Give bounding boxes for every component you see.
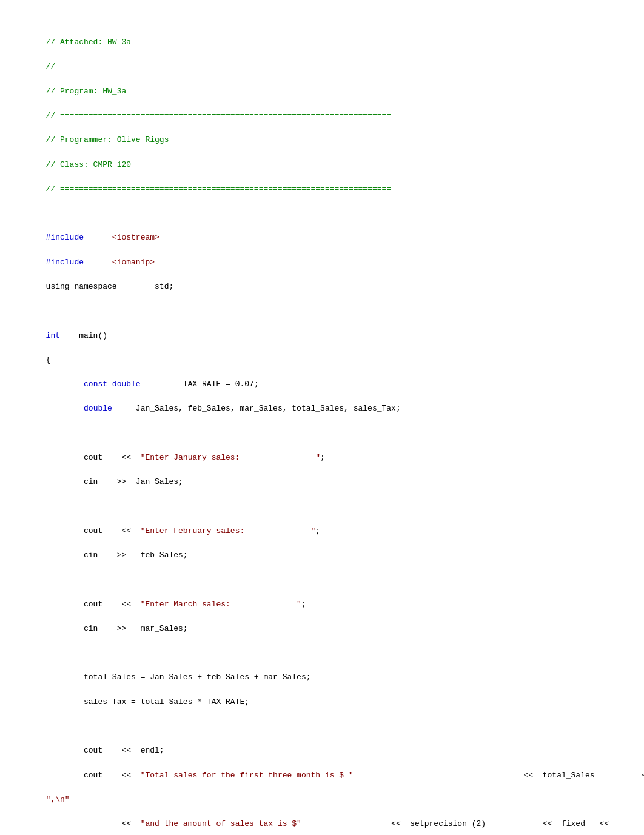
line-cout-total1: cout << "Total sales for the first three… (46, 771, 644, 780)
line-tax-rate: const double TAX_RATE = 0.07; (46, 380, 259, 389)
line-total-sales: total_Sales = Jan_Sales + feb_Sales + ma… (46, 672, 311, 682)
line-comma-newline: ",\n" (46, 795, 70, 804)
line-7: // =====================================… (46, 184, 392, 193)
line-cout-total2: << "and the amount of sales tax is $" <<… (46, 819, 609, 828)
line-4: // =====================================… (46, 111, 392, 120)
line-5: // Programmer: Olive Riggs (46, 135, 169, 144)
line-include1: #include <iostream> (46, 233, 159, 242)
line-2: // =====================================… (46, 62, 392, 71)
line-1: // Attached: HW_3a (46, 38, 131, 47)
code-container: // Attached: HW_3a // ==================… (36, 24, 608, 835)
line-cin-jan: cin >> Jan_Sales; (46, 477, 183, 486)
line-cin-feb: cin >> feb_Sales; (46, 551, 188, 560)
line-cout-jan: cout << "Enter January sales: "; (46, 453, 325, 462)
line-using: using namespace std; (46, 282, 174, 291)
line-cin-mar: cin >> mar_Sales; (46, 624, 188, 633)
line-cout-feb: cout << "Enter February sales: "; (46, 526, 321, 535)
line-cout-endl: cout << endl; (46, 746, 164, 755)
line-main: int main() (46, 331, 107, 340)
line-sales-tax: sales_Tax = total_Sales * TAX_RATE; (46, 697, 249, 706)
line-double-vars: double Jan_Sales, feb_Sales, mar_Sales, … (46, 404, 401, 413)
line-3: // Program: HW_3a (46, 87, 127, 96)
line-open-brace: { (46, 355, 51, 364)
line-6: // Class: CMPR 120 (46, 160, 131, 169)
line-cout-mar: cout << "Enter March sales: "; (46, 600, 306, 609)
line-include2: #include <iomanip> (46, 258, 155, 267)
